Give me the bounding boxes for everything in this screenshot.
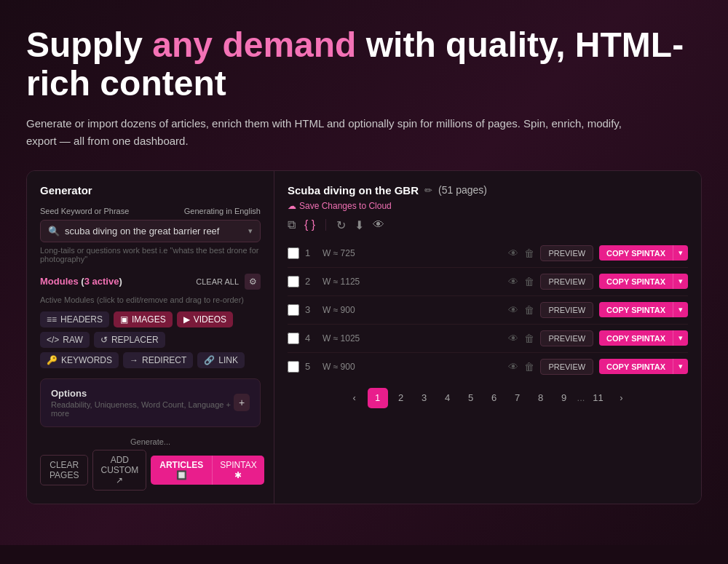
- keywords-icon: 🔑: [47, 355, 58, 365]
- videos-icon: ▶: [183, 314, 190, 325]
- module-tag-redirect[interactable]: → REDIRECT: [123, 352, 193, 368]
- row-1-trash-icon[interactable]: 🗑: [524, 247, 534, 259]
- next-page-button[interactable]: ›: [611, 388, 631, 408]
- raw-icon: </>: [47, 335, 59, 345]
- generator-panel: Generator Seed Keyword or Phrase Generat…: [27, 171, 274, 504]
- row-2-copy-spintax-button[interactable]: COPY SPINTAX: [599, 274, 673, 289]
- module-tag-raw[interactable]: </> RAW: [40, 332, 90, 348]
- edit-title-icon[interactable]: ✏: [424, 185, 432, 196]
- bottom-section: With up to 30 articles of 400 to 2000 wo…: [0, 545, 728, 564]
- row-4-trash-icon[interactable]: 🗑: [524, 333, 534, 344]
- bottom-buttons: CLEAR PAGES ADD CUSTOM ↗ ARTICLES 🔲 SPIN…: [40, 450, 261, 490]
- generate-articles-group: ARTICLES 🔲 SPINTAX ✱: [151, 456, 264, 485]
- module-tag-replacer[interactable]: ↺ REPLACER: [94, 332, 165, 348]
- dashboard-card: Generator Seed Keyword or Phrase Generat…: [26, 170, 702, 504]
- modules-actions: CLEAR ALL ⚙: [196, 274, 261, 290]
- table-row: 5 W ≈ 900 👁 🗑 PREVIEW COPY SPINTAX ▾: [288, 353, 688, 381]
- row-1-copy-spintax-button[interactable]: COPY SPINTAX: [599, 245, 673, 261]
- table-row: 3 W ≈ 900 👁 🗑 PREVIEW COPY SPINTAX ▾: [288, 296, 688, 325]
- module-tag-videos[interactable]: ▶ VIDEOS: [177, 311, 233, 327]
- module-tag-link[interactable]: 🔗 LINK: [197, 352, 245, 368]
- row-5-trash-icon[interactable]: 🗑: [524, 361, 534, 373]
- row-3-copy-spintax-button[interactable]: COPY SPINTAX: [599, 302, 673, 317]
- page-11-button[interactable]: 11: [587, 388, 608, 408]
- page-9-button[interactable]: 9: [554, 388, 574, 408]
- page-7-button[interactable]: 7: [507, 388, 528, 408]
- row-2-preview-button[interactable]: PREVIEW: [540, 274, 593, 290]
- dropdown-arrow-icon: ▾: [248, 226, 253, 236]
- page-1-button[interactable]: 1: [368, 388, 388, 408]
- row-2-copy-chevron-button[interactable]: ▾: [673, 274, 688, 289]
- generate-bottom: Generate... CLEAR PAGES ADD CUSTOM ↗ ART…: [40, 437, 261, 490]
- clear-pages-button[interactable]: CLEAR PAGES: [40, 455, 88, 485]
- module-tag-images[interactable]: ▣ IMAGES: [114, 311, 173, 327]
- download-icon[interactable]: ⬇: [355, 218, 364, 232]
- row-3-checkbox[interactable]: [288, 304, 299, 316]
- copy-icon[interactable]: ⧉: [288, 218, 296, 231]
- row-4-eye-icon[interactable]: 👁: [508, 333, 518, 344]
- generator-title: Generator: [40, 184, 261, 196]
- table-row: 2 W ≈ 1125 👁 🗑 PREVIEW COPY SPINTAX ▾: [288, 268, 688, 296]
- row-5-copy-spintax-button[interactable]: COPY SPINTAX: [599, 359, 673, 374]
- row-2-checkbox[interactable]: [288, 276, 299, 287]
- row-5-checkbox[interactable]: [288, 361, 299, 373]
- row-1-eye-icon[interactable]: 👁: [508, 247, 518, 259]
- row-2-eye-icon[interactable]: 👁: [508, 276, 518, 287]
- gear-button[interactable]: ⚙: [245, 274, 261, 290]
- row-5-copy-chevron-button[interactable]: ▾: [673, 359, 688, 374]
- module-tags-row2: 🔑 KEYWORDS → REDIRECT 🔗 LINK: [40, 352, 261, 368]
- row-4-copy-chevron-button[interactable]: ▾: [673, 330, 688, 346]
- row-1-preview-button[interactable]: PREVIEW: [540, 245, 593, 261]
- row-4-copy-spintax-button[interactable]: COPY SPINTAX: [599, 330, 673, 346]
- search-icon: 🔍: [48, 226, 60, 237]
- row-5-preview-button[interactable]: PREVIEW: [540, 359, 593, 375]
- module-tag-headers[interactable]: ≡≡ HEADERS: [40, 311, 109, 327]
- page-8-button[interactable]: 8: [531, 388, 551, 408]
- table-row: 4 W ≈ 1025 👁 🗑 PREVIEW COPY SPINTAX ▾: [288, 325, 688, 353]
- cloud-icon: ☁: [288, 201, 296, 211]
- content-title: Scuba diving on the GBR: [288, 184, 419, 196]
- page-6-button[interactable]: 6: [484, 388, 505, 408]
- table-row: 1 W ≈ 725 👁 🗑 PREVIEW COPY SPINTAX ▾: [288, 239, 688, 268]
- row-3-copy-chevron-button[interactable]: ▾: [673, 302, 688, 317]
- row-3-eye-icon[interactable]: 👁: [508, 304, 518, 316]
- content-panel: Scuba diving on the GBR ✏ (51 pages) ☁ S…: [274, 171, 701, 504]
- spintax-button[interactable]: SPINTAX ✱: [212, 456, 264, 485]
- page-4-button[interactable]: 4: [438, 388, 458, 408]
- eye-icon[interactable]: 👁: [373, 218, 384, 231]
- replacer-icon: ↺: [100, 335, 108, 345]
- search-input-wrap[interactable]: 🔍 scuba diving on the great barrier reef…: [40, 220, 261, 242]
- clear-all-button[interactable]: CLEAR ALL: [196, 277, 239, 286]
- articles-button[interactable]: ARTICLES 🔲: [151, 456, 212, 485]
- prev-page-button[interactable]: ‹: [344, 388, 365, 408]
- page-2-button[interactable]: 2: [391, 388, 411, 408]
- headers-icon: ≡≡: [47, 314, 57, 325]
- module-tag-keywords[interactable]: 🔑 KEYWORDS: [40, 352, 119, 368]
- row-2-trash-icon[interactable]: 🗑: [524, 276, 534, 287]
- pages-badge: (51 pages): [438, 184, 487, 196]
- row-4-preview-button[interactable]: PREVIEW: [540, 330, 593, 346]
- page-3-button[interactable]: 3: [414, 388, 435, 408]
- row-3-preview-button[interactable]: PREVIEW: [540, 302, 593, 318]
- page-5-button[interactable]: 5: [461, 388, 481, 408]
- toolbar-icons: ⧉ { } ↻ ⬇ 👁: [288, 218, 688, 232]
- options-subtitle: Readability, Uniqueness, Word Count, Lan…: [51, 400, 234, 418]
- redirect-icon: →: [130, 355, 138, 365]
- save-cloud-button[interactable]: ☁ Save Changes to Cloud: [288, 201, 688, 211]
- module-tags-row1: ≡≡ HEADERS ▣ IMAGES ▶ VIDEOS </> RAW ↺: [40, 311, 261, 348]
- row-4-checkbox[interactable]: [288, 333, 299, 344]
- row-1-copy-chevron-button[interactable]: ▾: [673, 245, 688, 261]
- row-5-eye-icon[interactable]: 👁: [508, 361, 518, 373]
- row-1-checkbox[interactable]: [288, 247, 299, 259]
- row-3-trash-icon[interactable]: 🗑: [524, 304, 534, 316]
- options-expand-button[interactable]: +: [234, 394, 250, 411]
- images-icon: ▣: [120, 314, 128, 325]
- modules-title: Modules (3 active): [40, 276, 122, 287]
- refresh-icon[interactable]: ↻: [336, 218, 346, 232]
- options-section: Options Readability, Uniqueness, Word Co…: [40, 378, 261, 427]
- code-icon[interactable]: { }: [304, 218, 315, 231]
- link-icon: 🔗: [204, 355, 215, 365]
- search-value: scuba diving on the great barrier reef: [65, 226, 248, 237]
- add-custom-button[interactable]: ADD CUSTOM ↗: [92, 450, 146, 490]
- pagination-dots: ...: [577, 392, 585, 403]
